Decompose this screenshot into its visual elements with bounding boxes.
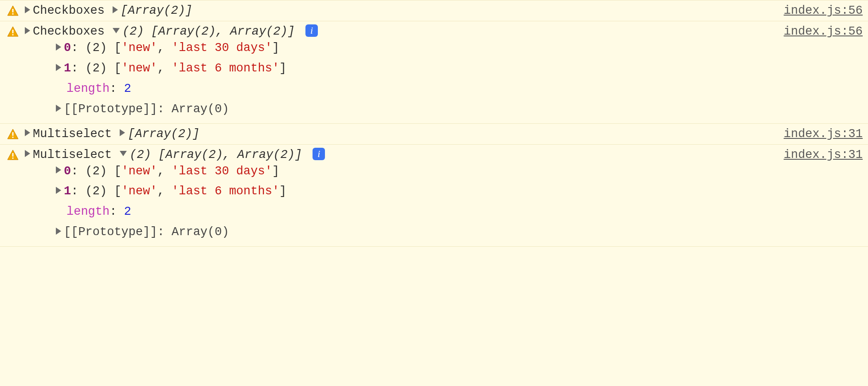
expand-toggle-icon[interactable]	[56, 166, 61, 173]
svg-rect-3	[12, 34, 14, 35]
length-key: length	[66, 82, 109, 95]
log-label: Checkboxes	[33, 25, 105, 38]
warning-icon	[7, 127, 20, 139]
string-value: 'new'	[121, 185, 157, 198]
expand-toggle-icon[interactable]	[56, 43, 61, 51]
expand-toggle-icon[interactable]	[56, 228, 61, 235]
expanded-object: 0: (2) ['new', 'last 30 days'] 1: (2) ['…	[25, 161, 779, 243]
string-value: 'new'	[121, 62, 157, 75]
string-value: 'new'	[121, 165, 157, 178]
expand-toggle-icon[interactable]	[120, 129, 125, 136]
array-summary: [Array(2), Array(2)]	[158, 148, 302, 161]
array-index: 1	[64, 62, 71, 75]
console-message: Multiselect [Array(2)] index.js:31	[0, 124, 868, 145]
expand-toggle-icon[interactable]	[25, 150, 30, 157]
source-link[interactable]: index.js:31	[784, 127, 863, 141]
string-value: 'last 30 days'	[172, 165, 272, 178]
info-icon[interactable]: i	[305, 24, 318, 37]
array-count: (2)	[122, 25, 144, 38]
prototype-label: [[Prototype]]	[64, 102, 157, 116]
expand-toggle-icon[interactable]	[56, 64, 61, 71]
array-summary: [Array(2), Array(2)]	[151, 25, 295, 38]
expand-toggle-icon[interactable]	[56, 187, 61, 194]
expand-toggle-icon[interactable]	[25, 129, 30, 136]
array-index: 0	[64, 41, 71, 55]
svg-rect-2	[12, 30, 14, 33]
info-icon[interactable]: i	[313, 148, 325, 160]
warning-icon	[7, 4, 20, 16]
string-value: 'last 30 days'	[172, 41, 272, 55]
array-summary: [Array(2)]	[121, 4, 192, 17]
expanded-object: 0: (2) ['new', 'last 30 days'] 1: (2) ['…	[25, 38, 779, 120]
length-value: 2	[124, 205, 131, 218]
string-value: 'last 6 months'	[172, 185, 279, 198]
log-label: Multiselect	[33, 148, 112, 161]
svg-rect-4	[12, 132, 14, 136]
warning-icon	[7, 25, 20, 37]
svg-rect-5	[12, 137, 14, 138]
svg-rect-7	[12, 158, 14, 159]
source-link[interactable]: index.js:56	[784, 25, 863, 38]
array-index: 0	[64, 165, 71, 178]
console-message: Multiselect (2) [Array(2), Array(2)] i 0…	[0, 145, 868, 247]
string-value: 'last 6 months'	[172, 62, 279, 75]
prototype-label: [[Prototype]]	[64, 225, 157, 239]
expand-toggle-icon[interactable]	[25, 27, 30, 34]
source-link[interactable]: index.js:31	[784, 148, 863, 161]
array-count: (2)	[129, 148, 151, 161]
expand-toggle-icon[interactable]	[25, 6, 30, 13]
log-label: Checkboxes	[33, 4, 105, 17]
prototype-value: : Array(0)	[157, 102, 229, 116]
expand-toggle-icon[interactable]	[113, 6, 118, 13]
length-value: 2	[124, 82, 131, 95]
svg-rect-0	[12, 9, 14, 12]
console-message: Checkboxes [Array(2)] index.js:56	[0, 0, 868, 21]
string-value: 'new'	[121, 41, 157, 55]
collapse-toggle-icon[interactable]	[120, 151, 127, 156]
array-summary: [Array(2)]	[128, 127, 199, 141]
expand-toggle-icon[interactable]	[56, 105, 61, 112]
collapse-toggle-icon[interactable]	[113, 28, 120, 33]
source-link[interactable]: index.js:56	[784, 4, 863, 17]
log-label: Multiselect	[33, 127, 112, 141]
prototype-value: : Array(0)	[157, 225, 229, 239]
warning-icon	[7, 148, 20, 160]
length-key: length	[66, 205, 109, 218]
svg-rect-1	[12, 13, 14, 15]
console-message: Checkboxes (2) [Array(2), Array(2)] i 0:…	[0, 21, 868, 124]
array-index: 1	[64, 185, 71, 198]
svg-rect-6	[12, 153, 14, 157]
